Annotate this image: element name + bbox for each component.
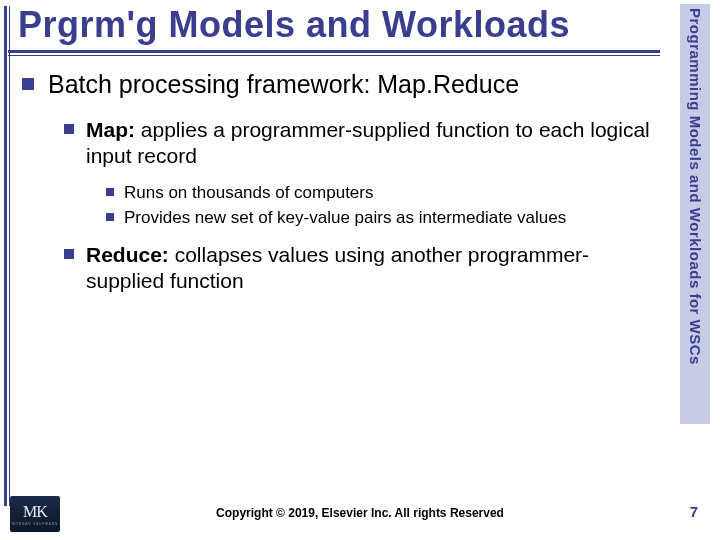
section-sidebar-text: Programming Models and Workloads for WSC… bbox=[687, 8, 704, 365]
bullet-level2: Map: applies a programmer-supplied funct… bbox=[64, 117, 665, 170]
square-bullet-icon bbox=[22, 78, 34, 90]
footer: MK MORGAN KAUFMANN Copyright © 2019, Els… bbox=[0, 500, 720, 532]
slide: Programming Models and Workloads for WSC… bbox=[0, 0, 720, 540]
copyright-text: Copyright © 2019, Elsevier Inc. All righ… bbox=[0, 506, 720, 520]
page-number: 7 bbox=[690, 503, 698, 520]
bullet-text: Runs on thousands of computers bbox=[124, 182, 373, 203]
bullet-text: Provides new set of key-value pairs as i… bbox=[124, 207, 566, 228]
content-body: Batch processing framework: Map.Reduce M… bbox=[22, 70, 665, 307]
bullet-lead: Map: bbox=[86, 118, 135, 141]
bullet-text: Map: applies a programmer-supplied funct… bbox=[86, 117, 665, 170]
square-bullet-icon bbox=[64, 124, 74, 134]
bullet-level3: Provides new set of key-value pairs as i… bbox=[106, 207, 665, 228]
bullet-level1: Batch processing framework: Map.Reduce bbox=[22, 70, 665, 99]
bullet-text: Reduce: collapses values using another p… bbox=[86, 242, 665, 295]
square-bullet-icon bbox=[64, 249, 74, 259]
square-bullet-icon bbox=[106, 188, 114, 196]
title-area: Prgrm'g Models and Workloads bbox=[18, 4, 660, 46]
square-bullet-icon bbox=[106, 213, 114, 221]
bullet-lead: Reduce: bbox=[86, 243, 169, 266]
bullet-rest: applies a programmer-supplied function t… bbox=[86, 118, 650, 167]
bullet-text: Batch processing framework: Map.Reduce bbox=[48, 70, 519, 99]
bullet-level3: Runs on thousands of computers bbox=[106, 182, 665, 203]
bullet-level2: Reduce: collapses values using another p… bbox=[64, 242, 665, 295]
title-underline bbox=[0, 50, 660, 56]
slide-title: Prgrm'g Models and Workloads bbox=[18, 4, 660, 46]
section-sidebar: Programming Models and Workloads for WSC… bbox=[680, 4, 710, 424]
logo-subtext: MORGAN KAUFMANN bbox=[12, 522, 58, 526]
